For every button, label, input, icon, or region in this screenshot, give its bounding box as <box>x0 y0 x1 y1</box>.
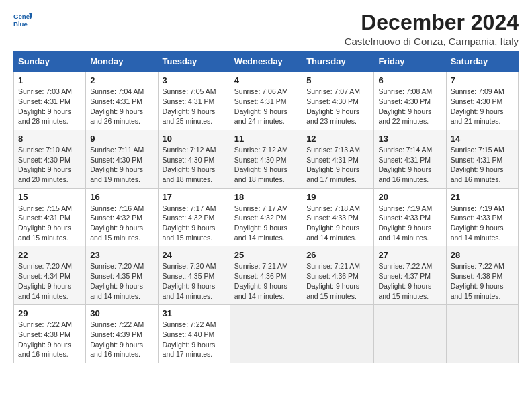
calendar-cell: 17Sunrise: 7:17 AMSunset: 4:32 PMDayligh… <box>158 188 230 246</box>
day-info: Sunrise: 7:21 AMSunset: 4:36 PMDaylight:… <box>306 261 369 301</box>
day-number: 4 <box>234 75 298 85</box>
day-info: Sunrise: 7:09 AMSunset: 4:30 PMDaylight:… <box>451 87 514 126</box>
day-number: 11 <box>234 134 298 144</box>
calendar-week-1: 1Sunrise: 7:03 AMSunset: 4:31 PMDaylight… <box>14 72 519 130</box>
day-info: Sunrise: 7:10 AMSunset: 4:30 PMDaylight:… <box>18 145 81 185</box>
calendar-cell: 8Sunrise: 7:10 AMSunset: 4:30 PMDaylight… <box>14 130 86 188</box>
calendar-cell: 24Sunrise: 7:20 AMSunset: 4:35 PMDayligh… <box>158 246 230 305</box>
day-number: 15 <box>18 192 81 202</box>
calendar-week-4: 22Sunrise: 7:20 AMSunset: 4:34 PMDayligh… <box>14 246 519 305</box>
svg-text:Blue: Blue <box>13 20 28 28</box>
calendar-cell: 31Sunrise: 7:22 AMSunset: 4:40 PMDayligh… <box>158 305 230 363</box>
header-monday: Monday <box>86 52 158 72</box>
day-number: 31 <box>163 308 226 318</box>
day-number: 9 <box>90 134 153 144</box>
page-header: General Blue December 2024 Castelnuovo d… <box>13 11 519 47</box>
day-number: 7 <box>451 75 514 85</box>
day-info: Sunrise: 7:17 AMSunset: 4:32 PMDaylight:… <box>163 203 226 243</box>
calendar-cell: 13Sunrise: 7:14 AMSunset: 4:31 PMDayligh… <box>374 130 446 188</box>
calendar-cell: 23Sunrise: 7:20 AMSunset: 4:35 PMDayligh… <box>86 246 158 305</box>
logo: General Blue <box>13 11 32 30</box>
calendar-header-row: SundayMondayTuesdayWednesdayThursdayFrid… <box>14 52 519 72</box>
calendar-body: 1Sunrise: 7:03 AMSunset: 4:31 PMDaylight… <box>14 72 519 363</box>
calendar-table: SundayMondayTuesdayWednesdayThursdayFrid… <box>13 51 519 363</box>
day-info: Sunrise: 7:03 AMSunset: 4:31 PMDaylight:… <box>18 87 81 126</box>
calendar-cell: 28Sunrise: 7:22 AMSunset: 4:38 PMDayligh… <box>446 246 518 305</box>
calendar-cell: 1Sunrise: 7:03 AMSunset: 4:31 PMDaylight… <box>14 72 86 130</box>
calendar-cell: 11Sunrise: 7:12 AMSunset: 4:30 PMDayligh… <box>230 130 302 188</box>
day-info: Sunrise: 7:17 AMSunset: 4:32 PMDaylight:… <box>234 203 298 243</box>
day-info: Sunrise: 7:08 AMSunset: 4:30 PMDaylight:… <box>378 87 441 126</box>
calendar-cell: 18Sunrise: 7:17 AMSunset: 4:32 PMDayligh… <box>230 188 302 246</box>
day-number: 19 <box>306 192 369 202</box>
day-number: 5 <box>306 75 369 85</box>
calendar-cell <box>374 305 446 363</box>
day-number: 13 <box>378 134 441 144</box>
day-number: 27 <box>378 250 441 260</box>
day-info: Sunrise: 7:22 AMSunset: 4:37 PMDaylight:… <box>378 261 441 301</box>
header-tuesday: Tuesday <box>158 52 230 72</box>
day-number: 2 <box>90 75 153 85</box>
calendar-cell: 9Sunrise: 7:11 AMSunset: 4:30 PMDaylight… <box>86 130 158 188</box>
calendar-cell: 22Sunrise: 7:20 AMSunset: 4:34 PMDayligh… <box>14 246 86 305</box>
day-number: 17 <box>163 192 226 202</box>
header-wednesday: Wednesday <box>230 52 302 72</box>
day-number: 10 <box>163 134 226 144</box>
calendar-week-5: 29Sunrise: 7:22 AMSunset: 4:38 PMDayligh… <box>14 305 519 363</box>
day-info: Sunrise: 7:07 AMSunset: 4:30 PMDaylight:… <box>306 87 369 126</box>
calendar-cell <box>302 305 374 363</box>
day-info: Sunrise: 7:05 AMSunset: 4:31 PMDaylight:… <box>163 87 226 126</box>
calendar-cell: 12Sunrise: 7:13 AMSunset: 4:31 PMDayligh… <box>302 130 374 188</box>
calendar-cell: 16Sunrise: 7:16 AMSunset: 4:32 PMDayligh… <box>86 188 158 246</box>
day-info: Sunrise: 7:20 AMSunset: 4:35 PMDaylight:… <box>90 261 153 301</box>
calendar-cell: 5Sunrise: 7:07 AMSunset: 4:30 PMDaylight… <box>302 72 374 130</box>
calendar-cell <box>446 305 518 363</box>
day-number: 23 <box>90 250 153 260</box>
header-saturday: Saturday <box>446 52 518 72</box>
day-info: Sunrise: 7:14 AMSunset: 4:31 PMDaylight:… <box>378 145 441 185</box>
day-number: 3 <box>163 75 226 85</box>
calendar-cell: 14Sunrise: 7:15 AMSunset: 4:31 PMDayligh… <box>446 130 518 188</box>
calendar-cell: 3Sunrise: 7:05 AMSunset: 4:31 PMDaylight… <box>158 72 230 130</box>
month-title: December 2024 <box>345 11 519 34</box>
calendar-cell <box>230 305 302 363</box>
day-info: Sunrise: 7:22 AMSunset: 4:38 PMDaylight:… <box>451 261 514 301</box>
header-thursday: Thursday <box>302 52 374 72</box>
title-area: December 2024 Castelnuovo di Conza, Camp… <box>345 11 519 47</box>
day-number: 26 <box>306 250 369 260</box>
day-number: 6 <box>378 75 441 85</box>
calendar-cell: 19Sunrise: 7:18 AMSunset: 4:33 PMDayligh… <box>302 188 374 246</box>
day-info: Sunrise: 7:22 AMSunset: 4:40 PMDaylight:… <box>163 320 226 359</box>
day-number: 12 <box>306 134 369 144</box>
day-number: 29 <box>18 308 81 318</box>
calendar-cell: 29Sunrise: 7:22 AMSunset: 4:38 PMDayligh… <box>14 305 86 363</box>
day-number: 8 <box>18 134 81 144</box>
day-info: Sunrise: 7:20 AMSunset: 4:35 PMDaylight:… <box>163 261 226 301</box>
day-number: 16 <box>90 192 153 202</box>
day-number: 30 <box>90 308 153 318</box>
day-number: 24 <box>163 250 226 260</box>
calendar-cell: 2Sunrise: 7:04 AMSunset: 4:31 PMDaylight… <box>86 72 158 130</box>
day-info: Sunrise: 7:13 AMSunset: 4:31 PMDaylight:… <box>306 145 369 185</box>
day-number: 25 <box>234 250 298 260</box>
calendar-cell: 26Sunrise: 7:21 AMSunset: 4:36 PMDayligh… <box>302 246 374 305</box>
day-info: Sunrise: 7:12 AMSunset: 4:30 PMDaylight:… <box>163 145 226 185</box>
day-number: 1 <box>18 75 81 85</box>
day-info: Sunrise: 7:19 AMSunset: 4:33 PMDaylight:… <box>378 203 441 243</box>
calendar-cell: 7Sunrise: 7:09 AMSunset: 4:30 PMDaylight… <box>446 72 518 130</box>
day-info: Sunrise: 7:19 AMSunset: 4:33 PMDaylight:… <box>451 203 514 243</box>
calendar-week-3: 15Sunrise: 7:15 AMSunset: 4:31 PMDayligh… <box>14 188 519 246</box>
calendar-cell: 25Sunrise: 7:21 AMSunset: 4:36 PMDayligh… <box>230 246 302 305</box>
day-info: Sunrise: 7:11 AMSunset: 4:30 PMDaylight:… <box>90 145 153 185</box>
day-info: Sunrise: 7:04 AMSunset: 4:31 PMDaylight:… <box>90 87 153 126</box>
day-number: 20 <box>378 192 441 202</box>
day-number: 21 <box>451 192 514 202</box>
day-info: Sunrise: 7:15 AMSunset: 4:31 PMDaylight:… <box>451 145 514 185</box>
calendar-cell: 15Sunrise: 7:15 AMSunset: 4:31 PMDayligh… <box>14 188 86 246</box>
day-info: Sunrise: 7:12 AMSunset: 4:30 PMDaylight:… <box>234 145 298 185</box>
calendar-cell: 4Sunrise: 7:06 AMSunset: 4:31 PMDaylight… <box>230 72 302 130</box>
day-info: Sunrise: 7:22 AMSunset: 4:38 PMDaylight:… <box>18 320 81 359</box>
calendar-cell: 6Sunrise: 7:08 AMSunset: 4:30 PMDaylight… <box>374 72 446 130</box>
calendar-cell: 30Sunrise: 7:22 AMSunset: 4:39 PMDayligh… <box>86 305 158 363</box>
day-info: Sunrise: 7:20 AMSunset: 4:34 PMDaylight:… <box>18 261 81 301</box>
